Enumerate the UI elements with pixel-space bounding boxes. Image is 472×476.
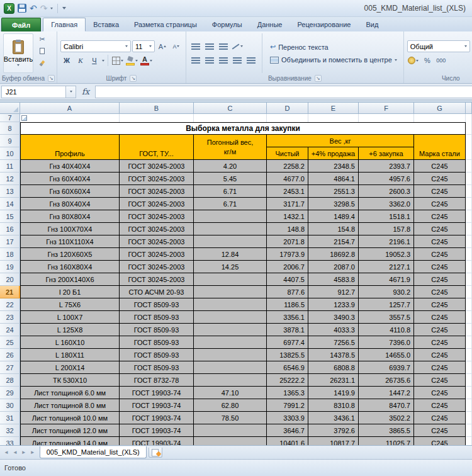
- cell-H26-partial[interactable]: [466, 349, 472, 361]
- cell-B32[interactable]: ГОСТ 19903-74: [120, 424, 194, 437]
- cell-G26[interactable]: С245: [414, 349, 466, 361]
- cell-C24[interactable]: [194, 324, 267, 336]
- cell-H23-partial[interactable]: [466, 311, 472, 324]
- cell-D27[interactable]: 6546.9: [267, 361, 308, 374]
- col-header-E[interactable]: E: [308, 103, 359, 114]
- header-cell-linear-weight[interactable]: Погонный вес, кг/м: [194, 135, 267, 160]
- cell-G12[interactable]: С245: [414, 173, 466, 185]
- cell-F16[interactable]: 157.8: [359, 223, 414, 235]
- row-header-28[interactable]: 28: [0, 374, 20, 387]
- cell-A17[interactable]: Гнз 110Х110Х4: [20, 235, 120, 248]
- cell-D16[interactable]: 148.8: [267, 223, 308, 235]
- row-header-11[interactable]: 11: [0, 160, 20, 173]
- cell-F7[interactable]: [359, 114, 414, 122]
- cell-C25[interactable]: [194, 336, 267, 349]
- cell-A30[interactable]: Лист толщиной 8.0 мм: [20, 399, 120, 412]
- cell-A27[interactable]: L 200Х14: [20, 361, 120, 374]
- first-sheet-button[interactable]: ◄: [2, 450, 11, 455]
- align-middle-button[interactable]: [203, 41, 216, 52]
- underline-caret-icon[interactable]: [102, 60, 104, 62]
- cell-E28[interactable]: 26231.1: [308, 374, 359, 387]
- cell-E18[interactable]: 18692.8: [308, 248, 359, 261]
- cell-A25[interactable]: L 160Х10: [20, 336, 120, 349]
- font-name-combo[interactable]: Calibri: [60, 40, 131, 52]
- cell-C31[interactable]: 78.50: [194, 412, 267, 424]
- increase-indent-button[interactable]: [245, 55, 257, 66]
- cell-G22[interactable]: С245: [414, 298, 466, 311]
- cell-C29[interactable]: 47.10: [194, 387, 267, 399]
- cell-F25[interactable]: 7396.0: [359, 336, 414, 349]
- cell-F33[interactable]: 11025.7: [359, 437, 414, 445]
- cell-F18[interactable]: 19052.3: [359, 248, 414, 261]
- row-header-31[interactable]: 31: [0, 412, 20, 424]
- tab-file[interactable]: Файл: [1, 18, 41, 31]
- cell-F21[interactable]: 930.2: [359, 286, 414, 298]
- cell-E21[interactable]: 912.7: [308, 286, 359, 298]
- copy-button[interactable]: [36, 45, 48, 57]
- cell-D31[interactable]: 3303.9: [267, 412, 308, 424]
- wrap-text-button[interactable]: ↩ Перенос текста: [267, 42, 400, 52]
- cell-G18[interactable]: С245: [414, 248, 466, 261]
- cell-A28[interactable]: ТК 530Х10: [20, 374, 120, 387]
- cell-A11[interactable]: Гнз 40Х40Х4: [20, 160, 120, 173]
- cell-G24[interactable]: С245: [414, 324, 466, 336]
- align-bottom-button[interactable]: [217, 41, 230, 52]
- insert-worksheet-button[interactable]: [149, 448, 162, 458]
- cell-D12[interactable]: 4677.0: [267, 173, 308, 185]
- header-cell-net[interactable]: Чистый: [267, 147, 308, 160]
- cell-A33[interactable]: Лист толщиной 14.0 мм: [20, 437, 120, 445]
- undo-button[interactable]: ↶: [30, 4, 37, 13]
- row-header-23[interactable]: 23: [0, 311, 20, 324]
- cell-F30[interactable]: 8470.7: [359, 399, 414, 412]
- cell-D13[interactable]: 2453.1: [267, 185, 308, 198]
- cell-H24-partial[interactable]: [466, 324, 472, 336]
- cell-G30[interactable]: С245: [414, 399, 466, 412]
- cell-E23[interactable]: 3490.3: [308, 311, 359, 324]
- percent-style-button[interactable]: %: [421, 55, 434, 66]
- cell-C17[interactable]: [194, 235, 267, 248]
- cell-H16-partial[interactable]: [466, 223, 472, 235]
- last-sheet-button[interactable]: ►: [28, 450, 37, 455]
- cell-B22[interactable]: ГОСТ 8509-93: [120, 298, 194, 311]
- cell-F20[interactable]: 4671.9: [359, 273, 414, 286]
- cell-A32[interactable]: Лист толщиной 12.0 мм: [20, 424, 120, 437]
- cell-C11[interactable]: 4.20: [194, 160, 267, 173]
- cell-F14[interactable]: 3362.0: [359, 198, 414, 210]
- name-box-dropdown[interactable]: [66, 86, 76, 98]
- col-header-G[interactable]: G: [414, 103, 466, 114]
- cell-B19[interactable]: ГОСТ 30245-2003: [120, 261, 194, 273]
- cell-H29-partial[interactable]: [466, 387, 472, 399]
- cell-H22-partial[interactable]: [466, 298, 472, 311]
- row-header-9[interactable]: 9: [0, 135, 20, 147]
- cell-E25[interactable]: 7256.5: [308, 336, 359, 349]
- customize-qat-button[interactable]: [62, 7, 66, 9]
- cell-B24[interactable]: ГОСТ 8509-93: [120, 324, 194, 336]
- cell-D14[interactable]: 3171.7: [267, 198, 308, 210]
- cell-F15[interactable]: 1518.1: [359, 210, 414, 223]
- cell-E22[interactable]: 1233.9: [308, 298, 359, 311]
- cell-E14[interactable]: 3298.5: [308, 198, 359, 210]
- cell-G31[interactable]: С245: [414, 412, 466, 424]
- accounting-format-button[interactable]: [407, 55, 420, 66]
- save-button[interactable]: [18, 4, 26, 13]
- header-cell-gost[interactable]: ГОСТ, ТУ...: [120, 135, 194, 160]
- cell-E27[interactable]: 6808.8: [308, 361, 359, 374]
- bold-button[interactable]: Ж: [60, 55, 73, 66]
- cell-C32[interactable]: [194, 424, 267, 437]
- cell-G20[interactable]: С245: [414, 273, 466, 286]
- font-size-combo[interactable]: 11: [132, 40, 155, 52]
- cell-B20[interactable]: ГОСТ 30245-2003: [120, 273, 194, 286]
- cell-C12[interactable]: 5.45: [194, 173, 267, 185]
- cell-E24[interactable]: 4033.3: [308, 324, 359, 336]
- excel-app-icon[interactable]: X: [4, 3, 14, 14]
- cell-A26[interactable]: L 180Х11: [20, 349, 120, 361]
- cell-A20[interactable]: Гнз 200Х140Х6: [20, 273, 120, 286]
- cell-A23[interactable]: L 100Х7: [20, 311, 120, 324]
- cell-C7[interactable]: [194, 114, 267, 122]
- cell-H12-partial[interactable]: [466, 173, 472, 185]
- fill-color-button[interactable]: [125, 55, 138, 66]
- cell-B7[interactable]: [120, 114, 194, 122]
- cell-D29[interactable]: 1365.3: [267, 387, 308, 399]
- format-painter-button[interactable]: [36, 57, 48, 69]
- cell-B23[interactable]: ГОСТ 8509-93: [120, 311, 194, 324]
